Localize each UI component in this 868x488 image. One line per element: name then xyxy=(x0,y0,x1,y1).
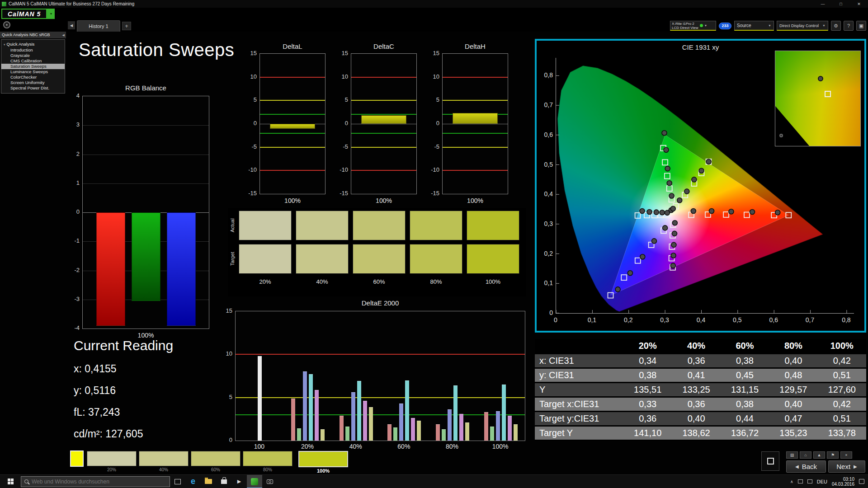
deltae-2000-chart: DeltaE 2000 151050 10020%40%60%80%100% xyxy=(220,299,528,453)
close-button[interactable]: ✕ xyxy=(850,0,868,8)
table-row-label: Y xyxy=(535,383,623,398)
nav-small-button-3[interactable]: ⚑ xyxy=(827,451,839,459)
sidebar-item-screen-uniformity[interactable]: Screen Uniformity xyxy=(1,80,65,85)
tab-history-1[interactable]: History 1 xyxy=(77,20,120,32)
display-control-dropdown[interactable]: Direct Display Control ▼ xyxy=(777,21,828,31)
stop-pattern-button[interactable] xyxy=(761,451,779,471)
clock[interactable]: 03:10 04.03.2016 xyxy=(832,477,854,487)
nav-small-button-4[interactable]: × xyxy=(840,451,852,459)
table-cell: 0,44 xyxy=(721,412,769,427)
help-button[interactable]: ? xyxy=(844,21,854,31)
y-tick-label: 0 xyxy=(68,208,80,216)
measured-point xyxy=(654,210,659,215)
workspace-button[interactable]: ▣ xyxy=(856,21,866,31)
x-axis-label: 60% xyxy=(380,443,428,450)
reading-value: y: 0,5116 xyxy=(74,385,227,397)
measured-point xyxy=(709,209,714,214)
sidebar-item-luminance-sweeps[interactable]: Luminance Sweeps xyxy=(1,69,65,75)
color-swatch xyxy=(467,244,519,274)
y-tick-label: 0,4 xyxy=(538,190,553,197)
file-explorer-button[interactable] xyxy=(201,475,216,488)
sidebar-item-colorchecker[interactable]: ColorChecker xyxy=(1,75,65,80)
table-cell: 131,15 xyxy=(721,383,769,398)
notification-center-icon[interactable] xyxy=(859,479,864,484)
taskbar-search[interactable] xyxy=(21,476,170,487)
table-header-cell: 20% xyxy=(623,339,672,354)
language-indicator[interactable]: DEU xyxy=(817,479,827,484)
sidebar-item-introduction[interactable]: Introduction xyxy=(1,47,65,53)
bar-green xyxy=(132,212,160,301)
calman-taskbar-button[interactable] xyxy=(247,475,262,488)
pattern-thumb-80%[interactable]: 80% xyxy=(243,451,292,472)
add-tab-button[interactable]: + xyxy=(122,22,131,30)
nav-small-button-0[interactable]: ▤ xyxy=(786,451,798,459)
table-cell: 133,25 xyxy=(672,383,720,398)
pattern-thumb-60%[interactable]: 60% xyxy=(191,451,241,472)
sidebar-collapse-button[interactable]: ◀ xyxy=(68,21,75,29)
tray-expand-icon[interactable]: ∧ xyxy=(790,479,793,484)
pattern-thumb-20%[interactable]: 20% xyxy=(87,451,137,472)
collapse-arrow-icon[interactable]: ◀ xyxy=(62,32,65,38)
ref-line xyxy=(351,133,416,134)
pattern-swatch xyxy=(191,451,241,466)
sidebar-item-saturation-sweeps[interactable]: Saturation Sweeps xyxy=(1,64,65,69)
swatch-percent-label: 100% xyxy=(467,278,519,285)
bar-red xyxy=(96,212,125,326)
start-button[interactable] xyxy=(0,475,21,488)
network-icon[interactable] xyxy=(798,479,803,483)
ref-line xyxy=(260,170,325,171)
measured-point xyxy=(729,209,734,214)
sidebar-item-cms-calibration[interactable]: CMS Calibration xyxy=(1,58,65,64)
camera-icon xyxy=(267,479,273,484)
meter-dropdown[interactable]: X-Rite i1Pro 2 LCD Direct View ▼ xyxy=(670,21,716,31)
volume-icon[interactable] xyxy=(807,479,812,483)
sidebar-item-grayscale[interactable]: Grayscale xyxy=(1,53,65,58)
y-tick-label: 0,8 xyxy=(538,71,553,79)
pattern-label: 60% xyxy=(211,467,220,472)
nav-small-button-1[interactable]: ⌂ xyxy=(800,451,811,459)
ref-line xyxy=(236,397,525,398)
table-cell: 136,72 xyxy=(721,427,769,441)
settings-button[interactable]: ⚙ xyxy=(831,21,841,31)
x-axis-label: 40% xyxy=(331,443,380,450)
x-tick-label: 0,4 xyxy=(692,316,710,324)
camera-app-button[interactable] xyxy=(262,475,278,488)
calman-logo[interactable]: CalMAN 5 ▼ xyxy=(1,9,55,19)
pattern-list: 20%40%60%80%100% xyxy=(87,451,348,474)
gridline xyxy=(83,155,209,155)
swatch-row-label: Actual xyxy=(228,211,237,240)
logo-row: CalMAN 5 ▼ xyxy=(0,8,868,20)
color-swatch xyxy=(296,244,349,274)
table-cell: 0,51 xyxy=(818,412,866,427)
back-button[interactable]: ◀ Back xyxy=(786,460,826,473)
logo-dropdown-icon[interactable]: ▼ xyxy=(47,9,55,19)
task-view-button[interactable] xyxy=(170,475,185,488)
table-cell: 0,38 xyxy=(623,369,672,383)
maximize-button[interactable]: □ xyxy=(832,0,850,8)
next-button[interactable]: Next ▶ xyxy=(828,460,865,473)
session-status-icon[interactable] xyxy=(3,21,10,28)
search-input[interactable] xyxy=(32,479,145,485)
table-row-label: x: CIE31 xyxy=(535,354,623,369)
minimize-button[interactable]: — xyxy=(814,0,832,8)
bar xyxy=(361,115,406,124)
ref-line xyxy=(443,147,508,148)
sidebar-item-spectral-power-dist-[interactable]: Spectral Power Dist. xyxy=(1,85,65,91)
video-app-button[interactable]: ▶ xyxy=(231,475,247,488)
measured-point xyxy=(615,287,620,292)
pattern-thumb-40%[interactable]: 40% xyxy=(139,451,189,472)
y-tick-label: 4 xyxy=(68,92,80,99)
pattern-label: 40% xyxy=(159,467,168,472)
source-dropdown[interactable]: Source ▼ xyxy=(734,21,774,31)
arrow-left-icon: ◀ xyxy=(795,464,799,469)
gridline xyxy=(351,124,416,124)
edge-button[interactable]: e xyxy=(185,475,201,488)
y-tick-label: -15 xyxy=(336,190,348,197)
pattern-thumb-100%[interactable]: 100% xyxy=(298,451,348,474)
table-cell: 127,60 xyxy=(818,383,866,398)
current-reading-title: Current Reading xyxy=(74,338,227,353)
store-button[interactable] xyxy=(216,475,231,488)
nav-small-button-2[interactable]: ▲ xyxy=(813,451,825,459)
bar xyxy=(369,407,373,441)
tree-root[interactable]: ▾Quick Analysis xyxy=(1,41,65,47)
